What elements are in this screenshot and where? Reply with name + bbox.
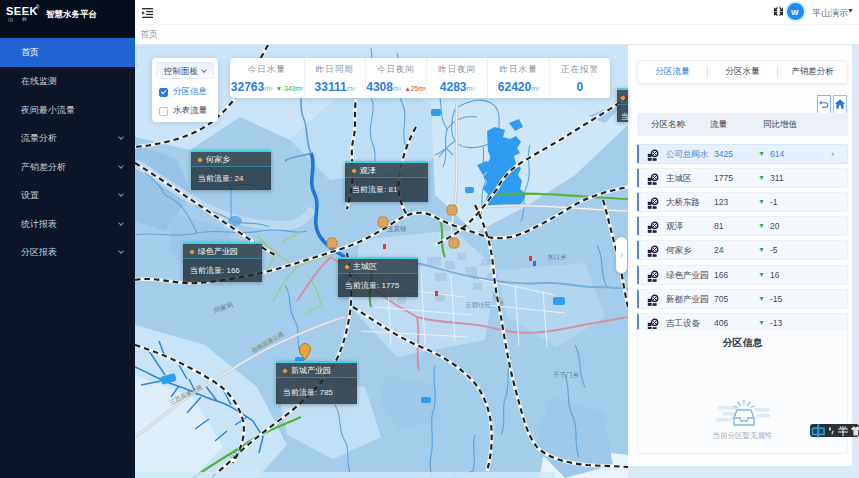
svg-text:®: ® bbox=[36, 4, 40, 10]
svg-text:玉泉镇: 玉泉镇 bbox=[387, 225, 407, 232]
svg-text:水口乡: 水口乡 bbox=[547, 253, 567, 261]
svg-text:云都佳苑: 云都佳苑 bbox=[465, 301, 492, 309]
svg-text:山科: 山科 bbox=[8, 16, 36, 22]
svg-text:W: W bbox=[791, 8, 799, 16]
svg-text:智慧水务平台: 智慧水务平台 bbox=[45, 9, 97, 19]
svg-text:千子门乡: 千子门乡 bbox=[553, 371, 580, 379]
